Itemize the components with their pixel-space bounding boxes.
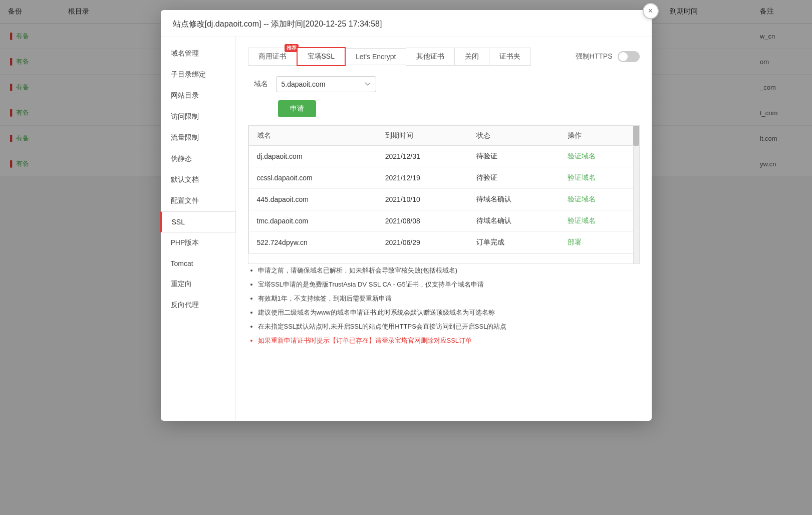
table-row: 445.dapaoit.com 2021/10/10 待域名确认 验证域名	[248, 189, 639, 210]
table-row: ccssl.dapaoit.com 2021/12/19 待验证 验证域名	[248, 167, 639, 189]
note-item: 宝塔SSL申请的是免费版TrustAsia DV SSL CA - G5证书，仅…	[258, 278, 640, 291]
table-cell-status: 待域名确认	[468, 189, 560, 210]
scrollbar-thumb	[633, 126, 639, 146]
table-row: tmc.dapaoit.com 2021/08/08 待域名确认 验证域名	[248, 210, 639, 232]
table-cell-domain: ccssl.dapaoit.com	[248, 167, 377, 189]
ssl-table: 域名到期时间状态操作 dj.dapaoit.com 2021/12/31 待验证…	[248, 126, 639, 253]
table-row: dj.dapaoit.com 2021/12/31 待验证 验证域名	[248, 146, 639, 167]
sidebar-item-domain-mgmt[interactable]: 域名管理	[161, 43, 235, 64]
sidebar-item-subdir-bind[interactable]: 子目录绑定	[161, 64, 235, 85]
table-cell-status: 待验证	[468, 146, 560, 167]
table-header-cell: 到期时间	[377, 126, 468, 146]
table-cell-expiry: 2021/12/19	[377, 167, 468, 189]
tab-lets-encrypt[interactable]: Let's Encrypt	[345, 48, 407, 65]
modal-content-area: 商用证书推荐宝塔SSLLet's Encrypt其他证书关闭证书夹 强制HTTP…	[236, 37, 652, 421]
sidebar-item-php-version[interactable]: PHP版本	[161, 232, 235, 253]
tab-bt-ssl[interactable]: 宝塔SSL	[297, 47, 346, 66]
table-cell-action[interactable]: 验证域名	[560, 210, 639, 232]
note-item: 如果重新申请证书时提示【订单已存在】请登录宝塔官网删除对应SSL订单	[258, 334, 640, 347]
note-item: 在未指定SSL默认站点时,未开启SSL的站点使用HTTPS会直接访问到已开启SS…	[258, 320, 640, 333]
notes-list: 申请之前，请确保域名已解析，如未解析会导致审核失败(包括根域名)宝塔SSL申请的…	[248, 264, 640, 347]
sidebar-item-traffic-limit[interactable]: 流量限制	[161, 127, 235, 148]
table-cell-action[interactable]: 部署	[560, 232, 639, 253]
tabs-row: 商用证书推荐宝塔SSLLet's Encrypt其他证书关闭证书夹 强制HTTP…	[248, 47, 640, 66]
table-cell-status: 待域名确认	[468, 210, 560, 232]
action-link[interactable]: 验证域名	[568, 195, 596, 203]
scrollbar[interactable]	[633, 126, 639, 264]
apply-button[interactable]: 申请	[278, 100, 316, 117]
tab-cert-folder[interactable]: 证书夹	[489, 48, 531, 66]
tab-other-cert[interactable]: 其他证书	[406, 48, 455, 66]
modal-overlay: × 站点修改[dj.dapaoit.com] -- 添加时间[2020-12-2…	[0, 0, 812, 515]
note-item: 有效期1年，不支持续签，到期后需要重新申请	[258, 292, 640, 305]
table-cell-action[interactable]: 验证域名	[560, 189, 639, 210]
modal-sidebar: 域名管理子目录绑定网站目录访问限制流量限制伪静态默认文档配置文件SSLPHP版本…	[161, 37, 236, 421]
action-link[interactable]: 验证域名	[568, 173, 596, 181]
table-header-cell: 状态	[468, 126, 560, 146]
table-header-cell: 操作	[560, 126, 639, 146]
domain-form-row: 域名 5.dapaoit.com	[248, 76, 640, 92]
domain-select[interactable]: 5.dapaoit.com	[276, 76, 376, 92]
modal-close-button[interactable]: ×	[643, 3, 659, 19]
sidebar-item-redirect[interactable]: 重定向	[161, 274, 235, 295]
note-item: 建议使用二级域名为www的域名申请证书,此时系统会默认赠送顶级域名为可选名称	[258, 306, 640, 319]
tab-close-cert[interactable]: 关闭	[454, 48, 489, 66]
sidebar-item-config-file[interactable]: 配置文件	[161, 190, 235, 211]
modal-title: 站点修改[dj.dapaoit.com] -- 添加时间[2020-12-25 …	[161, 10, 652, 37]
table-cell-domain: 522.724dpyw.cn	[248, 232, 377, 253]
sidebar-item-ssl[interactable]: SSL	[160, 211, 236, 232]
tab-commercial[interactable]: 商用证书推荐	[248, 48, 297, 66]
table-cell-domain: tmc.dapaoit.com	[248, 210, 377, 232]
table-cell-status: 待验证	[468, 167, 560, 189]
force-https-label: 强制HTTPS	[576, 52, 613, 61]
sidebar-item-site-dir[interactable]: 网站目录	[161, 85, 235, 106]
sidebar-item-default-doc[interactable]: 默认文档	[161, 169, 235, 190]
action-link[interactable]: 部署	[568, 238, 582, 246]
action-link[interactable]: 验证域名	[568, 216, 596, 224]
note-item: 申请之前，请确保域名已解析，如未解析会导致审核失败(包括根域名)	[258, 264, 640, 277]
table-cell-action[interactable]: 验证域名	[560, 167, 639, 189]
table-cell-expiry: 2021/12/31	[377, 146, 468, 167]
table-row: 522.724dpyw.cn 2021/06/29 订单完成 部署	[248, 232, 639, 253]
table-header-cell: 域名	[248, 126, 377, 146]
sidebar-item-pseudo-static[interactable]: 伪静态	[161, 148, 235, 169]
force-https-toggle[interactable]	[618, 51, 640, 62]
table-cell-action[interactable]: 验证域名	[560, 146, 639, 167]
table-cell-domain: dj.dapaoit.com	[248, 146, 377, 167]
action-link[interactable]: 验证域名	[568, 152, 596, 160]
table-cell-expiry: 2021/08/08	[377, 210, 468, 232]
sidebar-item-tomcat[interactable]: Tomcat	[161, 253, 235, 274]
force-https-toggle-row: 强制HTTPS	[576, 51, 640, 62]
sidebar-item-reverse-proxy[interactable]: 反向代理	[161, 295, 235, 316]
table-cell-status: 订单完成	[468, 232, 560, 253]
sidebar-item-access-limit[interactable]: 访问限制	[161, 106, 235, 127]
table-cell-expiry: 2021/10/10	[377, 189, 468, 210]
modal-dialog: × 站点修改[dj.dapaoit.com] -- 添加时间[2020-12-2…	[161, 10, 652, 421]
domain-label: 域名	[248, 80, 268, 89]
table-cell-expiry: 2021/06/29	[377, 232, 468, 253]
table-cell-domain: 445.dapaoit.com	[248, 189, 377, 210]
ssl-table-wrapper: 域名到期时间状态操作 dj.dapaoit.com 2021/12/31 待验证…	[248, 125, 640, 264]
